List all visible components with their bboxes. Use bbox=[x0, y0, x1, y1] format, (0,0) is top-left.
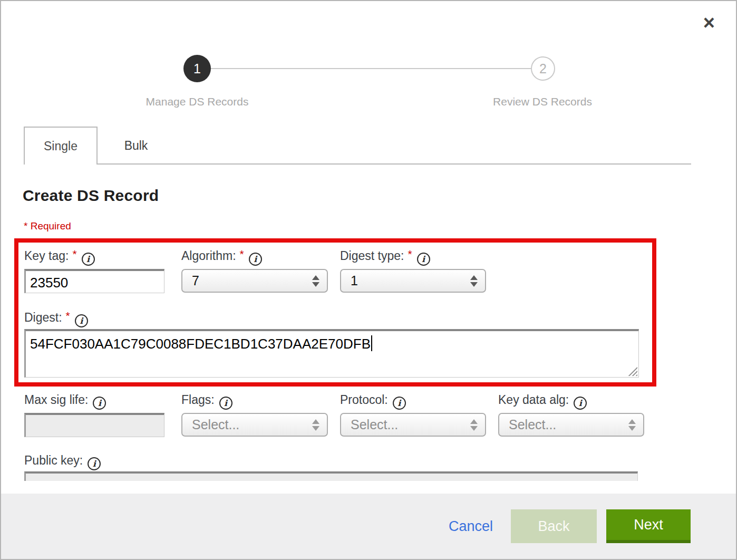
info-icon[interactable]: i bbox=[219, 397, 232, 410]
info-glyph: i bbox=[422, 254, 425, 264]
info-icon[interactable]: i bbox=[82, 253, 95, 266]
select-arrows-icon bbox=[628, 419, 636, 431]
info-icon[interactable]: i bbox=[249, 253, 262, 266]
step-2-circle: 2 bbox=[531, 56, 555, 81]
info-glyph: i bbox=[93, 459, 96, 469]
tab-bulk-label: Bulk bbox=[124, 139, 148, 153]
digest-label-text: Digest: bbox=[24, 311, 62, 324]
digest-type-selected-value: 1 bbox=[351, 273, 358, 288]
info-icon[interactable]: i bbox=[393, 397, 406, 410]
required-asterisk: * bbox=[72, 248, 76, 260]
tab-single-label: Single bbox=[44, 139, 77, 153]
public-key-label: Public key:i bbox=[24, 453, 101, 470]
create-ds-record-dialog: × 1 2 Manage DS Records Review DS Record… bbox=[0, 0, 737, 560]
digest-textarea[interactable]: 54FCF030AA1C79C0088FDEC1BD1C37DAA2E70DFB bbox=[24, 329, 639, 378]
algorithm-selected-value: 7 bbox=[192, 273, 199, 288]
digest-type-label: Digest type:*i bbox=[340, 248, 430, 266]
digest-type-label-text: Digest type: bbox=[340, 249, 404, 263]
flags-selected-value: Select... bbox=[192, 417, 239, 432]
back-button[interactable]: Back bbox=[511, 509, 597, 543]
select-arrows-icon bbox=[470, 419, 478, 431]
text-cursor bbox=[371, 335, 372, 351]
select-arrows-icon bbox=[312, 419, 319, 431]
public-key-textarea[interactable] bbox=[24, 471, 638, 481]
info-glyph: i bbox=[579, 398, 582, 408]
cancel-button[interactable]: Cancel bbox=[449, 518, 493, 535]
info-icon[interactable]: i bbox=[75, 314, 88, 327]
key-data-alg-label-text: Key data alg: bbox=[498, 393, 569, 407]
required-asterisk: * bbox=[240, 248, 244, 260]
info-glyph: i bbox=[98, 398, 101, 408]
close-icon: × bbox=[703, 12, 715, 34]
protocol-select[interactable]: Select... bbox=[340, 413, 486, 437]
max-sig-life-input[interactable] bbox=[24, 413, 164, 437]
digest-value: 54FCF030AA1C79C0088FDEC1BD1C37DAA2E70DFB bbox=[30, 336, 371, 352]
select-arrows-icon bbox=[312, 275, 319, 287]
max-sig-life-label: Max sig life:i bbox=[24, 393, 106, 410]
info-glyph: i bbox=[86, 254, 90, 264]
protocol-label: Protocol:i bbox=[340, 393, 406, 410]
flags-label-text: Flags: bbox=[181, 393, 215, 407]
step-2-label: Review DS Records bbox=[463, 95, 622, 108]
select-arrows-icon bbox=[470, 275, 478, 287]
resize-handle-icon[interactable] bbox=[628, 366, 637, 376]
key-tag-input[interactable]: 23550 bbox=[24, 269, 164, 293]
key-data-alg-label: Key data alg:i bbox=[498, 393, 587, 410]
step-1-label: Manage DS Records bbox=[118, 95, 276, 108]
step-2-number: 2 bbox=[539, 61, 547, 76]
key-tag-value: 23550 bbox=[30, 275, 68, 291]
step-connector-line bbox=[197, 68, 543, 69]
step-1-circle: 1 bbox=[183, 55, 211, 82]
info-glyph: i bbox=[80, 316, 83, 326]
required-asterisk: * bbox=[408, 248, 412, 260]
algorithm-label: Algorithm:*i bbox=[181, 248, 262, 266]
tab-single[interactable]: Single bbox=[24, 127, 98, 165]
flags-select[interactable]: Select... bbox=[181, 413, 328, 437]
info-icon[interactable]: i bbox=[93, 397, 106, 410]
digest-label: Digest:*i bbox=[24, 310, 88, 327]
digest-type-select[interactable]: 1 bbox=[340, 269, 486, 293]
tab-underline bbox=[98, 163, 691, 165]
step-1-number: 1 bbox=[193, 61, 201, 76]
required-asterisk: * bbox=[66, 310, 70, 322]
key-tag-label: Key tag:*i bbox=[24, 248, 95, 266]
info-glyph: i bbox=[397, 398, 401, 408]
protocol-selected-value: Select... bbox=[351, 417, 398, 432]
algorithm-label-text: Algorithm: bbox=[181, 249, 236, 263]
flags-label: Flags:i bbox=[181, 393, 232, 410]
protocol-label-text: Protocol: bbox=[340, 393, 388, 407]
algorithm-select[interactable]: 7 bbox=[181, 269, 328, 293]
info-glyph: i bbox=[224, 398, 227, 408]
max-sig-life-label-text: Max sig life: bbox=[24, 393, 88, 407]
required-note: * Required bbox=[24, 220, 71, 232]
public-key-label-text: Public key: bbox=[24, 453, 83, 467]
key-tag-label-text: Key tag: bbox=[24, 249, 69, 263]
info-icon[interactable]: i bbox=[574, 397, 587, 410]
footer-bar: Cancel Back Next bbox=[1, 494, 736, 559]
key-data-alg-select[interactable]: Select... bbox=[498, 413, 644, 437]
page-title: Create DS Record bbox=[23, 187, 159, 205]
close-button[interactable]: × bbox=[703, 13, 715, 33]
key-data-alg-selected-value: Select... bbox=[509, 417, 556, 432]
info-icon[interactable]: i bbox=[88, 457, 101, 470]
info-icon[interactable]: i bbox=[417, 253, 430, 266]
next-button[interactable]: Next bbox=[606, 509, 691, 543]
tab-bulk[interactable]: Bulk bbox=[98, 128, 174, 163]
info-glyph: i bbox=[254, 254, 257, 264]
